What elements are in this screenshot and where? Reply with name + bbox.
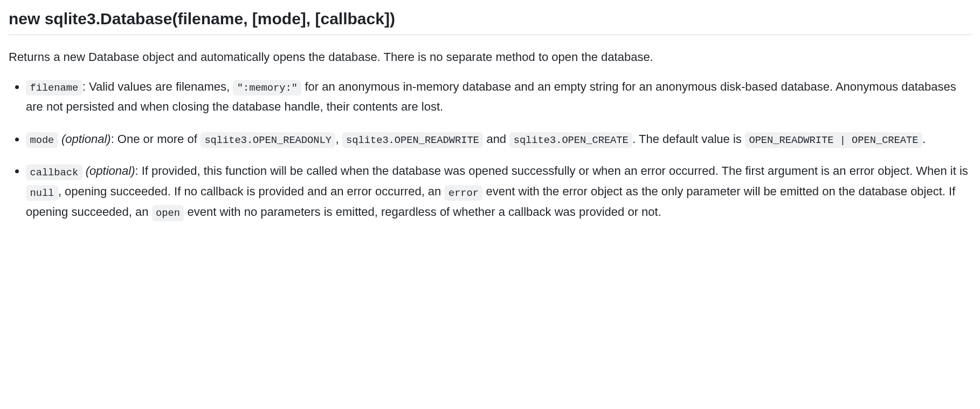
param-callback-text4: event with no parameters is emitted, reg… <box>184 205 661 219</box>
param-mode-text1: : One or more of <box>111 132 201 146</box>
param-callback-code3: open <box>152 205 184 221</box>
param-mode-text2: . The default value is <box>632 132 745 146</box>
param-mode-code1: sqlite3.OPEN_READONLY <box>201 132 335 148</box>
param-callback-optional: (optional) <box>86 164 135 178</box>
param-callback-text1: : If provided, this function will be cal… <box>135 164 968 178</box>
param-filename-memory-code: ":memory:" <box>233 80 301 96</box>
param-mode-sep1: , <box>335 132 342 146</box>
param-callback-code1: null <box>26 185 58 201</box>
param-mode-code4: OPEN_READWRITE | OPEN_CREATE <box>745 132 922 148</box>
api-heading: new sqlite3.Database(filename, [mode], [… <box>9 9 971 35</box>
param-mode-code2: sqlite3.OPEN_READWRITE <box>342 132 484 148</box>
param-callback: callback (optional): If provided, this f… <box>26 161 971 222</box>
param-filename-text-before: : Valid values are filenames, <box>82 80 233 93</box>
param-mode-optional: (optional) <box>61 132 111 146</box>
param-mode-code3: sqlite3.OPEN_CREATE <box>509 132 632 148</box>
param-callback-code2: error <box>444 185 482 201</box>
doc-container: new sqlite3.Database(filename, [mode], [… <box>9 9 971 222</box>
param-filename-name: filename <box>26 80 82 96</box>
intro-paragraph: Returns a new Database object and automa… <box>9 48 971 66</box>
param-mode-name: mode <box>26 132 58 148</box>
param-callback-name: callback <box>26 165 82 180</box>
param-callback-text2: , opening succeeded. If no callback is p… <box>58 185 445 198</box>
param-mode-sep2: and <box>483 132 509 146</box>
param-mode: mode (optional): One or more of sqlite3.… <box>26 129 971 149</box>
parameter-list: filename: Valid values are filenames, ":… <box>9 77 971 222</box>
param-mode-text3: . <box>922 132 926 146</box>
param-filename: filename: Valid values are filenames, ":… <box>26 77 971 117</box>
